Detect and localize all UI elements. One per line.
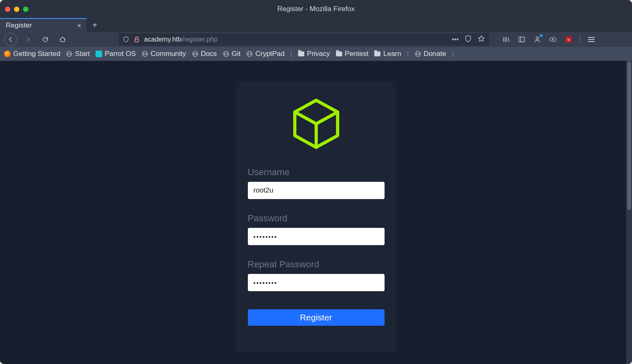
- sidebars-icon[interactable]: [517, 35, 526, 44]
- minimize-window-button[interactable]: [14, 7, 19, 12]
- scrollbar-thumb[interactable]: [627, 62, 631, 210]
- reload-button[interactable]: [39, 33, 52, 46]
- arrow-left-icon: [7, 36, 14, 43]
- insecure-connection-icon[interactable]: [133, 36, 140, 43]
- bookmark-item[interactable]: Community: [142, 50, 186, 58]
- hamburger-menu-button[interactable]: [587, 35, 596, 44]
- tab-title: Register: [6, 21, 32, 30]
- home-icon: [59, 36, 66, 43]
- bookmark-item[interactable]: Git: [223, 50, 241, 58]
- bookmark-label: Donate: [424, 50, 446, 58]
- url-right-icons: •••: [452, 35, 485, 44]
- tab-close-icon[interactable]: ✕: [77, 23, 82, 29]
- page-actions-icon[interactable]: •••: [452, 36, 459, 43]
- vertical-scrollbar[interactable]: [626, 61, 632, 364]
- username-label: Username: [248, 167, 385, 178]
- extension-ublock-icon[interactable]: u: [564, 35, 573, 44]
- bookmark-separator: |: [407, 50, 408, 58]
- repeat-password-label: Repeat Password: [248, 259, 385, 270]
- window-title: Register - Mozilla Firefox: [0, 5, 632, 13]
- browser-window: Register - Mozilla Firefox Register ✕ +: [0, 0, 632, 364]
- home-button[interactable]: [56, 33, 69, 46]
- bookmark-label: Getting Started: [13, 50, 60, 58]
- register-card: Username Password Repeat Password Regist…: [236, 81, 396, 352]
- tabstrip: Register ✕ +: [0, 18, 632, 32]
- bookmark-label: Start: [75, 50, 90, 58]
- url-domain: academy.htb: [144, 36, 181, 43]
- reader-shield-icon[interactable]: [464, 35, 472, 44]
- username-input[interactable]: [248, 182, 385, 199]
- tab-active[interactable]: Register ✕: [0, 18, 86, 32]
- forward-button[interactable]: [21, 33, 35, 46]
- url-path: /register.php: [181, 36, 217, 43]
- toolbar-right: u: [501, 35, 596, 44]
- new-tab-button[interactable]: +: [86, 18, 103, 32]
- bookmark-label: Pentest: [345, 50, 368, 58]
- reload-icon: [42, 36, 49, 43]
- bookmark-label: CryptPad: [255, 50, 285, 58]
- svg-rect-2: [519, 37, 525, 42]
- password-input[interactable]: [248, 228, 385, 245]
- bookmark-item[interactable]: Privacy: [298, 50, 330, 58]
- password-label: Password: [248, 213, 385, 224]
- bookmark-star-icon[interactable]: [478, 35, 485, 44]
- bookmark-label: Git: [232, 50, 241, 58]
- titlebar: Register - Mozilla Firefox: [0, 0, 632, 18]
- account-icon[interactable]: [533, 35, 542, 44]
- close-window-button[interactable]: [5, 7, 10, 12]
- tracking-shield-icon[interactable]: [123, 36, 129, 43]
- register-button[interactable]: Register: [248, 309, 385, 326]
- bookmark-item[interactable]: Getting Started: [4, 50, 60, 58]
- bookmark-item[interactable]: Parrot OS: [96, 50, 136, 58]
- bookmark-separator: |: [290, 50, 292, 58]
- bookmark-label: Community: [151, 50, 186, 58]
- page-viewport: Username Password Repeat Password Regist…: [0, 61, 632, 364]
- url-text: academy.htb/register.php: [144, 36, 448, 43]
- bookmark-separator: |: [452, 50, 454, 58]
- arrow-right-icon: [25, 36, 31, 43]
- repeat-password-input[interactable]: [248, 274, 385, 291]
- bookmark-item[interactable]: Docs: [192, 50, 217, 58]
- maximize-window-button[interactable]: [23, 7, 28, 12]
- bookmark-label: Docs: [201, 50, 217, 58]
- bookmark-label: Privacy: [307, 50, 330, 58]
- library-icon[interactable]: [501, 35, 511, 44]
- url-bar[interactable]: academy.htb/register.php •••: [119, 33, 489, 46]
- svg-point-4: [536, 37, 539, 39]
- cube-logo-icon: [289, 97, 343, 151]
- extension-foxyproxy-icon[interactable]: [548, 35, 557, 44]
- bookmark-item[interactable]: CryptPad: [246, 50, 285, 58]
- bookmarks-bar: Getting StartedStartParrot OSCommunityDo…: [0, 47, 632, 61]
- bookmark-item[interactable]: Pentest: [336, 50, 368, 58]
- back-button[interactable]: [4, 33, 17, 46]
- navbar: academy.htb/register.php •••: [0, 32, 632, 47]
- logo-wrap: [248, 97, 385, 151]
- bookmark-label: Parrot OS: [105, 50, 136, 58]
- bookmark-label: Learn: [383, 50, 401, 58]
- bookmark-item[interactable]: Start: [66, 50, 90, 58]
- window-controls: [5, 7, 28, 12]
- bookmark-item[interactable]: Donate: [415, 50, 446, 58]
- bookmark-item[interactable]: Learn: [374, 50, 401, 58]
- svg-point-5: [552, 39, 554, 41]
